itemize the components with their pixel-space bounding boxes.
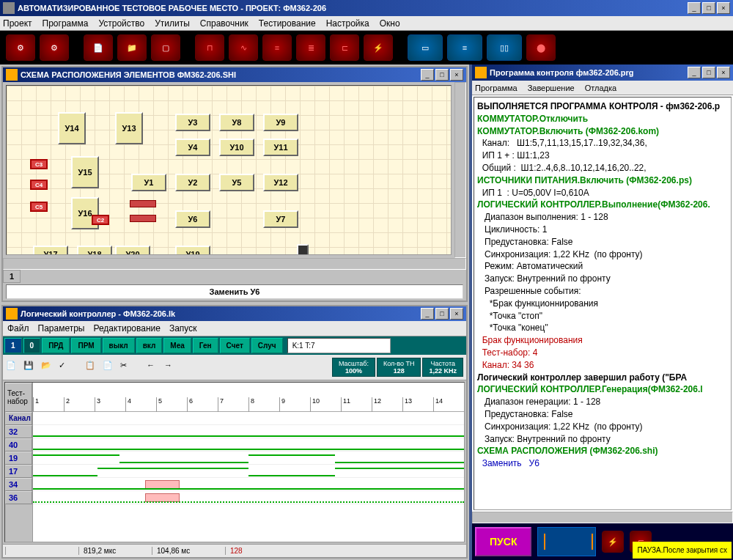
chip-У2[interactable]: У2 — [175, 174, 210, 191]
chip-С5[interactable]: С5 — [30, 202, 48, 212]
channel-17[interactable]: 17 — [5, 465, 32, 478]
chip-С2[interactable]: С2 — [92, 215, 109, 225]
lc-btn-Mea[interactable]: Mea — [163, 338, 191, 353]
program-output[interactable]: ВЫПОЛНЯЕТСЯ ПРОГРАММА КОНТРОЛЯ - фм362-2… — [474, 97, 732, 510]
program-close-button[interactable]: × — [717, 67, 730, 78]
chip-С3[interactable]: С3 — [30, 159, 48, 169]
menu-Программа[interactable]: Программа — [43, 18, 89, 29]
cut-icon[interactable]: ✂ — [120, 361, 133, 374]
logic-maximize-button[interactable]: □ — [435, 308, 449, 320]
toolbar-btn-13[interactable]: ≡ — [447, 34, 482, 61]
channel-19[interactable]: 19 — [5, 452, 32, 465]
lc-btn-вкл[interactable]: вкл — [136, 338, 163, 353]
lc-menu-Запуск[interactable]: Запуск — [169, 323, 197, 334]
toolbar-btn-10[interactable]: ⊏ — [330, 34, 359, 61]
logic-status-input[interactable] — [287, 338, 391, 353]
lc-btn-Ген[interactable]: Ген — [193, 338, 218, 353]
open-icon[interactable]: 📂 — [41, 361, 54, 374]
toolbar-btn-15[interactable]: ⬤ — [526, 34, 556, 61]
close-button[interactable]: × — [717, 2, 730, 14]
prog-menu-Завершение[interactable]: Завершение — [528, 84, 575, 92]
channel-36[interactable]: 36 — [5, 491, 32, 504]
toolbar-btn-2[interactable]: ⚙ — [40, 34, 69, 61]
schema-maximize-button[interactable]: □ — [435, 69, 449, 81]
arrow-left-icon[interactable]: ← — [147, 361, 160, 374]
lc-btn-ПРД[interactable]: ПРД — [42, 338, 70, 353]
chip-У15[interactable]: У15 — [71, 156, 99, 188]
channel-32[interactable]: 32 — [5, 425, 32, 438]
toolbar-btn-1[interactable]: ⚙ — [6, 34, 35, 61]
menu-Окно[interactable]: Окно — [380, 18, 400, 29]
prog-menu-Программа[interactable]: Программа — [475, 84, 517, 92]
chip-У9[interactable]: У9 — [263, 114, 298, 131]
minimize-button[interactable]: _ — [688, 2, 701, 14]
maximize-button[interactable]: □ — [702, 2, 715, 14]
start-button[interactable]: ПУСК — [475, 527, 531, 556]
lc-menu-Файл[interactable]: Файл — [7, 323, 29, 334]
toolbar-btn-7[interactable]: ∿ — [229, 34, 258, 61]
prog-menu-Отладка[interactable]: Отладка — [585, 84, 616, 92]
chip-У10[interactable]: У10 — [219, 139, 254, 156]
chip-У6[interactable]: У6 — [175, 210, 210, 228]
lc-btn-Счет[interactable]: Счет — [220, 338, 250, 353]
menu-Проект[interactable]: Проект — [3, 18, 32, 29]
chip-У3[interactable]: У3 — [175, 114, 210, 131]
chip-У5[interactable]: У5 — [219, 174, 254, 191]
new-icon[interactable]: 📄 — [6, 361, 19, 374]
chip-component[interactable] — [130, 200, 156, 207]
ctrl-btn-1[interactable]: ⚡ — [602, 531, 624, 553]
chip-У1[interactable]: У1 — [131, 174, 166, 191]
arrow-right-icon[interactable]: → — [164, 361, 177, 374]
lc-btn-ПРМ[interactable]: ПРМ — [71, 338, 100, 353]
schema-tab-1[interactable]: 1 — [3, 270, 21, 283]
toolbar-btn-6[interactable]: ⊓ — [195, 34, 224, 61]
toolbar-btn-11[interactable]: ⚡ — [364, 34, 393, 61]
toolbar-btn-5[interactable]: ▢ — [151, 34, 180, 61]
save-icon[interactable]: 💾 — [23, 361, 37, 374]
chip-component[interactable] — [130, 215, 156, 222]
lc-menu-Редактирование[interactable]: Редактирование — [93, 323, 160, 334]
lc-btn-0[interactable]: 0 — [23, 338, 41, 353]
program-minimize-button[interactable]: _ — [688, 67, 701, 78]
schema-hscroll[interactable] — [3, 258, 466, 270]
schema-close-button[interactable]: × — [450, 69, 463, 81]
chip-component[interactable] — [297, 244, 309, 255]
channel-40[interactable]: 40 — [5, 438, 32, 452]
check-icon[interactable]: ✓ — [59, 361, 72, 374]
menu-Настройка[interactable]: Настройка — [326, 18, 369, 29]
menu-Тестирование[interactable]: Тестирование — [259, 18, 316, 29]
toolbar-btn-4[interactable]: 📁 — [117, 34, 147, 61]
chip-У14[interactable]: У14 — [58, 112, 86, 144]
chip-С4[interactable]: С4 — [30, 180, 48, 190]
lc-btn-выкл[interactable]: выкл — [103, 338, 135, 353]
paste-icon[interactable]: 📄 — [103, 361, 116, 374]
toolbar-btn-9[interactable]: ≣ — [296, 34, 325, 61]
lc-menu-Параметры[interactable]: Параметры — [38, 323, 85, 334]
logic-close-button[interactable]: × — [450, 308, 463, 320]
chip-У13[interactable]: У13 — [115, 112, 143, 144]
menu-Утилиты[interactable]: Утилиты — [155, 18, 190, 29]
lc-btn-Случ[interactable]: Случ — [251, 338, 283, 353]
schema-canvas[interactable]: У14У13У3У8У9У4У10У11С3У15С4У1У2У5У12С5У1… — [6, 85, 452, 255]
toolbar-btn-12[interactable]: ▭ — [408, 34, 443, 61]
toolbar-btn-8[interactable]: ≡ — [262, 34, 292, 61]
logic-timeline[interactable]: Тест-набор Канал 324019173436 1234567891… — [4, 382, 465, 542]
chip-У17[interactable]: У17 — [33, 246, 68, 255]
menu-Справочник[interactable]: Справочник — [200, 18, 248, 29]
logic-minimize-button[interactable]: _ — [421, 308, 434, 320]
chip-У4[interactable]: У4 — [175, 139, 210, 156]
copy-icon[interactable]: 📋 — [85, 361, 98, 374]
chip-У18[interactable]: У18 — [77, 246, 112, 255]
chip-У19[interactable]: У19 — [175, 246, 210, 255]
chip-У8[interactable]: У8 — [219, 114, 254, 131]
toolbar-btn-3[interactable]: 📄 — [84, 34, 113, 61]
chip-У20[interactable]: У20 — [115, 246, 150, 255]
lc-btn-1[interactable]: 1 — [4, 338, 22, 353]
schema-minimize-button[interactable]: _ — [421, 69, 434, 81]
chip-У12[interactable]: У12 — [263, 174, 298, 191]
program-hscroll[interactable] — [472, 512, 733, 523]
menu-Устройство[interactable]: Устройство — [98, 18, 144, 29]
chip-У7[interactable]: У7 — [263, 210, 298, 228]
channel-34[interactable]: 34 — [5, 478, 32, 491]
program-maximize-button[interactable]: □ — [702, 67, 715, 78]
